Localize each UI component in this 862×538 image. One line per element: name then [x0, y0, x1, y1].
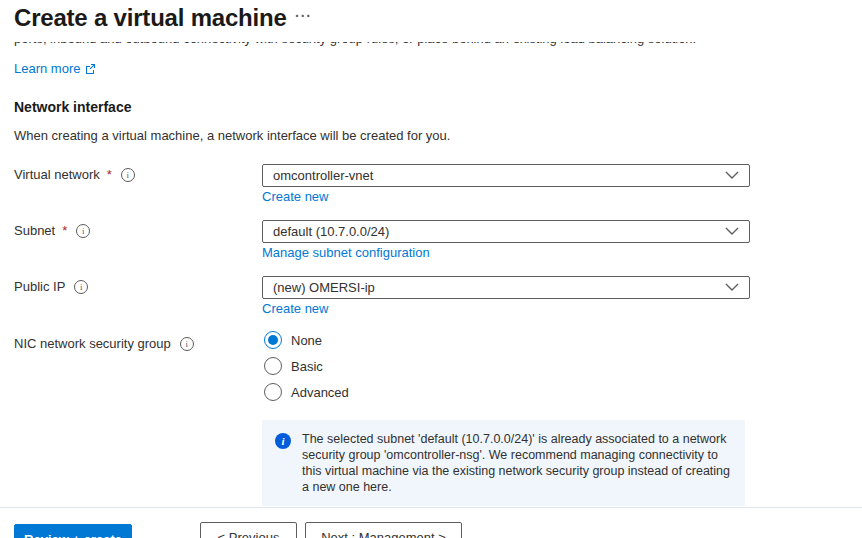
virtual-network-select[interactable]: omcontroller-vnet — [262, 164, 750, 187]
more-options-ellipsis-icon[interactable]: ··· — [295, 8, 312, 24]
info-icon: i — [275, 433, 291, 449]
radio-button-icon — [264, 331, 282, 349]
section-description: When creating a virtual machine, a netwo… — [14, 128, 450, 143]
section-heading: Network interface — [14, 99, 131, 115]
public-ip-label: Public IP i — [14, 279, 88, 294]
info-tooltip-icon[interactable]: i — [76, 224, 90, 238]
external-link-icon — [84, 63, 96, 75]
manage-subnet-configuration-link[interactable]: Manage subnet configuration — [262, 245, 430, 260]
info-tooltip-icon[interactable]: i — [121, 168, 135, 182]
public-ip-select[interactable]: (new) OMERSI-ip — [262, 276, 750, 299]
chevron-down-icon — [725, 171, 739, 180]
nic-nsg-radio-none[interactable]: None — [264, 331, 322, 349]
nic-nsg-label: NIC network security group i — [14, 336, 194, 351]
previous-button[interactable]: < Previous — [200, 522, 297, 538]
info-banner-text: The selected subnet 'default (10.7.0.0/2… — [302, 431, 731, 495]
create-new-vnet-link[interactable]: Create new — [262, 189, 328, 204]
page-title: Create a virtual machine — [14, 4, 287, 32]
required-asterisk: * — [62, 223, 67, 238]
review-create-button[interactable]: Review + create — [14, 524, 132, 538]
footer-divider — [0, 507, 862, 508]
required-asterisk: * — [107, 167, 112, 182]
radio-button-icon — [264, 357, 282, 375]
learn-more-label: Learn more — [14, 61, 80, 76]
subnet-nsg-info-banner: i The selected subnet 'default (10.7.0.0… — [262, 420, 745, 506]
info-tooltip-icon[interactable]: i — [74, 280, 88, 294]
learn-more-link[interactable]: Learn more — [14, 61, 96, 76]
public-ip-value: (new) OMERSI-ip — [273, 280, 375, 295]
chevron-down-icon — [725, 227, 739, 236]
radio-button-icon — [264, 383, 282, 401]
subnet-select[interactable]: default (10.7.0.0/24) — [262, 220, 750, 243]
virtual-network-value: omcontroller-vnet — [273, 168, 373, 183]
subnet-label: Subnet* i — [14, 223, 90, 238]
nic-nsg-radio-basic[interactable]: Basic — [264, 357, 323, 375]
clipped-scrolled-text: ports, inbound and outbound connectivity… — [14, 42, 862, 57]
radio-label: Advanced — [291, 385, 349, 400]
chevron-down-icon — [725, 283, 739, 292]
virtual-network-label: Virtual network* i — [14, 167, 135, 182]
create-vm-page: Create a virtual machine ··· ports, inbo… — [0, 0, 862, 538]
next-management-button[interactable]: Next : Management > — [305, 522, 462, 538]
info-tooltip-icon[interactable]: i — [180, 337, 194, 351]
subnet-value: default (10.7.0.0/24) — [273, 224, 389, 239]
radio-label: Basic — [291, 359, 323, 374]
radio-label: None — [291, 333, 322, 348]
create-new-public-ip-link[interactable]: Create new — [262, 301, 328, 316]
nic-nsg-radio-advanced[interactable]: Advanced — [264, 383, 349, 401]
